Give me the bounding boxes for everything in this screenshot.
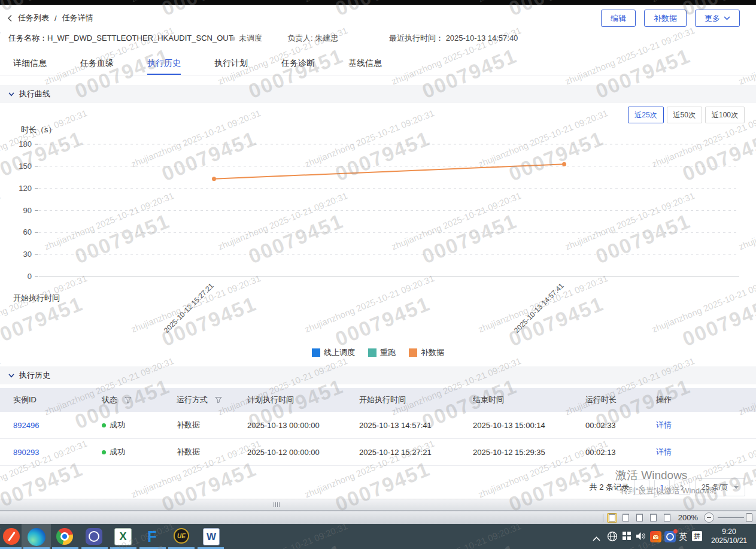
tray-messenger-icon[interactable]: [664, 531, 676, 542]
back-icon[interactable]: [7, 14, 13, 22]
svg-text:2025-10-12 15:27:21: 2025-10-12 15:27:21: [162, 281, 215, 335]
tray-clock[interactable]: 9:20 2025/10/21: [705, 527, 753, 545]
taskbar-icon-edge[interactable]: [28, 528, 45, 546]
task-status-badge: 未调度: [231, 33, 262, 44]
taskbar-icon-chrome[interactable]: [56, 528, 73, 545]
view-outline-icon[interactable]: [648, 513, 658, 523]
horizontal-scrollbar[interactable]: [0, 499, 756, 511]
svg-text:90: 90: [23, 206, 32, 215]
chevron-down-icon: [8, 92, 14, 96]
task-last-run: 最近执行时间： 2025-10-13 14:57:40: [389, 33, 518, 44]
start-time-cell: 2025-10-13 14:57:41: [359, 421, 473, 430]
page-size-select[interactable]: 25 条/页: [695, 478, 745, 496]
run-mode-filter-icon[interactable]: [215, 396, 222, 404]
instance-id-link[interactable]: 892496: [13, 421, 39, 430]
current-page: 1: [660, 483, 664, 492]
task-name-label: 任务名称：: [8, 34, 47, 43]
tab-execution-plan[interactable]: 执行计划: [214, 53, 248, 75]
taskbar-icon-ultraedit[interactable]: [174, 528, 189, 544]
table-header: 实例ID 状态 运行方式 计划执行时间 开始执行时间 结束时间 运行时长 操作: [0, 388, 756, 412]
legend-item[interactable]: 线上调度: [312, 347, 355, 358]
window-top-bar: [0, 0, 756, 5]
tray-ime-language-indicator[interactable]: 英: [679, 532, 687, 542]
legend-label: 重跑: [380, 347, 396, 358]
detail-link[interactable]: 详情: [656, 420, 672, 430]
view-fullscreen-reading-icon[interactable]: [621, 513, 631, 523]
col-status: 状态: [102, 395, 177, 405]
task-owner: 负责人: 朱建忠: [287, 33, 338, 44]
tab-detail-info[interactable]: 详细信息: [13, 53, 47, 75]
tray-chevron-up-icon[interactable]: [593, 533, 600, 544]
start-time-cell: 2025-10-12 15:27:21: [359, 448, 473, 457]
legend-swatch-icon: [312, 348, 320, 357]
tray-app-grid-icon[interactable]: [623, 532, 631, 540]
view-print-layout-icon[interactable]: [607, 513, 617, 523]
execution-curve-chart: 03060901201501802025-10-12 15:27:212025-…: [0, 105, 756, 362]
legend-item[interactable]: 重跑: [368, 347, 396, 358]
breadcrumb-separator: /: [54, 14, 57, 23]
zoom-out-button[interactable]: [704, 512, 714, 523]
tab-execution-history[interactable]: 执行历史: [147, 53, 181, 75]
duration-cell: 00:02:13: [585, 448, 656, 457]
range-last-25-button[interactable]: 近25次: [628, 107, 663, 123]
patch-data-button[interactable]: 补数据: [644, 10, 687, 27]
taskbar-icon-excel[interactable]: [114, 528, 132, 545]
legend-item[interactable]: 补数据: [409, 347, 444, 358]
edit-button[interactable]: 编辑: [601, 10, 636, 27]
section-execution-curve[interactable]: 执行曲线: [0, 85, 756, 103]
tray-speaker-icon[interactable]: [636, 532, 646, 543]
next-page-button[interactable]: [675, 480, 690, 495]
view-web-layout-icon[interactable]: [634, 513, 645, 523]
run-mode-cell: 补数据: [177, 447, 247, 457]
status-dot-icon: [231, 37, 235, 41]
svg-text:60: 60: [23, 228, 32, 236]
detail-link[interactable]: 详情: [656, 447, 672, 457]
status-cell: 成功: [102, 447, 177, 457]
breadcrumb: 任务列表 / 任务详情: [7, 13, 93, 23]
screen: 任务列表 / 任务详情 编辑 补数据 更多 任务名称：H_WF_DWD_SETT…: [0, 0, 756, 549]
section-title: 执行曲线: [19, 89, 50, 99]
task-name: 任务名称：H_WF_DWD_SETTLEOTHER_HKAUDIT_SCN_OU…: [8, 33, 233, 44]
scrollbar-grip-icon[interactable]: [274, 502, 280, 507]
tray-foxmail-icon[interactable]: [650, 531, 661, 542]
chevron-left-icon: [639, 484, 643, 491]
section-title: 执行历史: [19, 370, 50, 381]
zoom-slider-track[interactable]: [718, 517, 744, 518]
tray-network-globe-icon[interactable]: [607, 531, 618, 544]
section-execution-history[interactable]: 执行历史: [0, 366, 756, 384]
more-button[interactable]: 更多: [695, 10, 740, 27]
word-view-zoom-controls: 200%: [603, 511, 752, 524]
patch-data-button-label: 补数据: [654, 13, 677, 24]
run-mode-cell: 补数据: [177, 420, 247, 430]
tab-task-lineage[interactable]: 任务血缘: [80, 53, 114, 75]
breadcrumb-task-list[interactable]: 任务列表: [18, 13, 49, 23]
status-filter-icon[interactable]: [125, 396, 132, 404]
prev-page-button[interactable]: [634, 480, 649, 495]
end-time-cell: 2025-10-13 15:00:14: [473, 421, 585, 430]
task-last-run-label: 最近执行时间：: [389, 34, 444, 43]
instance-id-link[interactable]: 890293: [13, 448, 39, 457]
notification-badge: [673, 529, 678, 533]
zoom-level[interactable]: 200%: [678, 513, 698, 522]
range-button-group: 近25次 近50次 近100次: [628, 107, 745, 123]
view-draft-icon[interactable]: [662, 513, 672, 523]
word-status-bar: 200%: [0, 511, 756, 524]
edit-button-label: 编辑: [611, 13, 626, 24]
taskbar-icon-blue-f-app[interactable]: [144, 528, 160, 545]
tray-time: 9:20: [705, 527, 753, 536]
duration-cell: 00:02:33: [585, 421, 656, 430]
tray-ime-pinyin-icon[interactable]: 拼: [692, 531, 702, 541]
taskbar-icon-chat-app[interactable]: [86, 528, 102, 545]
legend-label: 补数据: [421, 347, 444, 358]
tab-task-diagnosis[interactable]: 任务诊断: [281, 53, 315, 75]
zoom-slider-thumb[interactable]: [746, 513, 752, 522]
taskbar-icon-pen-app[interactable]: [3, 528, 20, 545]
tab-baseline-info[interactable]: 基线信息: [348, 53, 382, 75]
page-1-button[interactable]: 1: [654, 480, 670, 495]
range-last-50-button[interactable]: 近50次: [667, 107, 702, 123]
range-last-100-button[interactable]: 近100次: [705, 107, 745, 123]
taskbar-icon-word[interactable]: [203, 528, 220, 545]
header-actions: 编辑 补数据 更多: [601, 10, 740, 27]
pagination-total: 共 2 条记录: [590, 482, 629, 493]
col-duration: 运行时长: [585, 395, 656, 405]
